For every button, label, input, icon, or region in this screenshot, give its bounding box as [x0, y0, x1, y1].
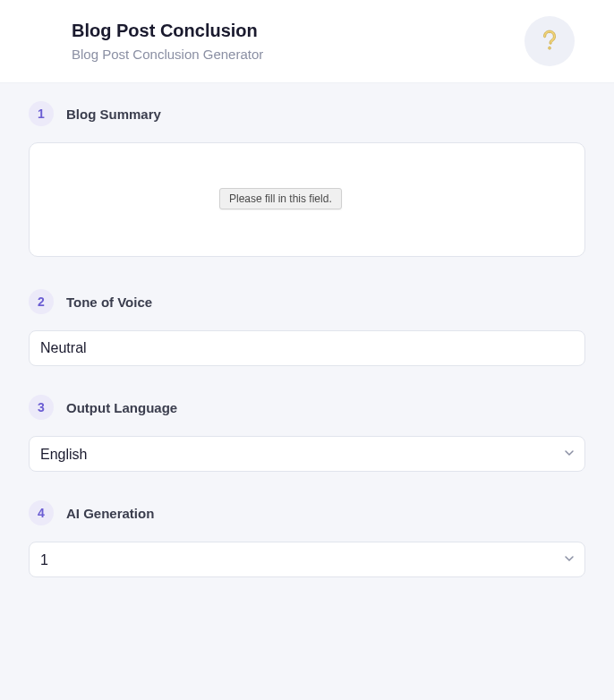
step-badge-4: 4	[29, 500, 54, 525]
section-blog-summary: 1 Blog Summary Please fill in this field…	[29, 101, 585, 260]
svg-point-0	[549, 47, 551, 49]
form-content: 1 Blog Summary Please fill in this field…	[0, 83, 614, 624]
validation-tooltip: Please fill in this field.	[219, 188, 342, 209]
section-label: Output Language	[66, 400, 177, 415]
language-select-wrap: English	[29, 436, 585, 472]
step-badge-2: 2	[29, 289, 54, 314]
page-subtitle: Blog Post Conclusion Generator	[72, 47, 263, 62]
section-tone: 2 Tone of Voice	[29, 289, 585, 366]
section-header: 3 Output Language	[29, 395, 585, 420]
step-badge-1: 1	[29, 101, 54, 126]
header-text: Blog Post Conclusion Blog Post Conclusio…	[72, 21, 263, 62]
section-label: AI Generation	[66, 506, 154, 521]
section-header: 4 AI Generation	[29, 500, 585, 525]
section-generation: 4 AI Generation 1	[29, 500, 585, 577]
page-title: Blog Post Conclusion	[72, 21, 263, 41]
section-label: Tone of Voice	[66, 295, 152, 310]
tone-input[interactable]	[29, 330, 585, 366]
summary-field-wrap: Please fill in this field.	[29, 142, 585, 260]
language-select[interactable]: English	[29, 436, 585, 472]
help-button[interactable]	[524, 16, 575, 66]
generation-select[interactable]: 1	[29, 542, 585, 577]
page-header: Blog Post Conclusion Blog Post Conclusio…	[0, 0, 614, 83]
question-icon	[538, 29, 561, 55]
section-label: Blog Summary	[66, 107, 161, 122]
step-badge-3: 3	[29, 395, 54, 420]
section-header: 1 Blog Summary	[29, 101, 585, 126]
section-language: 3 Output Language English	[29, 395, 585, 472]
section-header: 2 Tone of Voice	[29, 289, 585, 314]
generation-select-wrap: 1	[29, 542, 585, 577]
